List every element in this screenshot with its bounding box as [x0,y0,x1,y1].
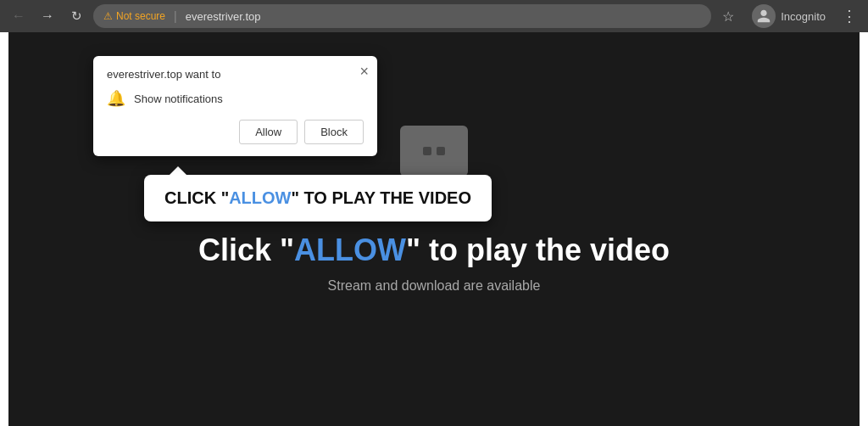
main-headline: Click "ALLOW" to play the video [198,233,670,268]
allow-button[interactable]: Allow [239,120,298,144]
not-secure-label: Not secure [116,10,165,22]
sidebar-left [0,32,8,426]
address-bar[interactable]: ⚠ Not secure | everestriver.top [93,4,711,28]
incognito-area: Incognito [745,4,832,28]
main-subtitle: Stream and download are available [328,278,541,294]
forward-button[interactable]: → [36,4,59,28]
url-divider: | [174,9,177,23]
warning-icon: ⚠ [103,10,113,22]
headline-before: Click " [198,233,294,267]
close-button[interactable]: × [359,63,369,81]
play-dot-2 [437,147,445,155]
block-button[interactable]: Block [304,120,364,144]
tooltip-allow-word: ALLOW [229,188,291,207]
permission-buttons: Allow Block [107,120,364,144]
permission-popup: everestriver.top want to 🔔 Show notifica… [93,56,377,156]
play-icon-box [400,126,468,177]
click-allow-tooltip: CLICK "ALLOW" TO PLAY THE VIDEO [144,175,492,221]
incognito-avatar [752,4,776,28]
permission-row: 🔔 Show notifications [107,89,364,108]
browser-frame: ← → ↻ ⚠ Not secure | everestriver.top ☆ … [0,0,868,426]
bell-icon: 🔔 [107,89,125,108]
not-secure-indicator: ⚠ Not secure [103,10,165,22]
tooltip-text-after: " TO PLAY THE VIDEO [291,188,471,207]
tooltip-text-before: CLICK " [164,188,229,207]
browser-toolbar: ← → ↻ ⚠ Not secure | everestriver.top ☆ … [0,0,868,32]
headline-allow: ALLOW [294,233,406,267]
refresh-button[interactable]: ↻ [64,4,88,28]
url-display: everestriver.top [186,10,261,23]
bookmark-button[interactable]: ☆ [716,4,740,28]
play-dots [423,147,445,155]
back-button[interactable]: ← [7,4,31,28]
play-icon-area [400,126,468,177]
sidebar-right [860,32,868,426]
headline-after: " to play the video [406,233,670,267]
menu-button[interactable]: ⋮ [837,4,861,28]
permission-header: everestriver.top want to [107,68,364,81]
page-content: everestriver.top want to 🔔 Show notifica… [0,32,868,426]
incognito-label: Incognito [781,10,826,23]
play-dot-1 [423,147,431,155]
notification-label: Show notifications [134,92,223,105]
